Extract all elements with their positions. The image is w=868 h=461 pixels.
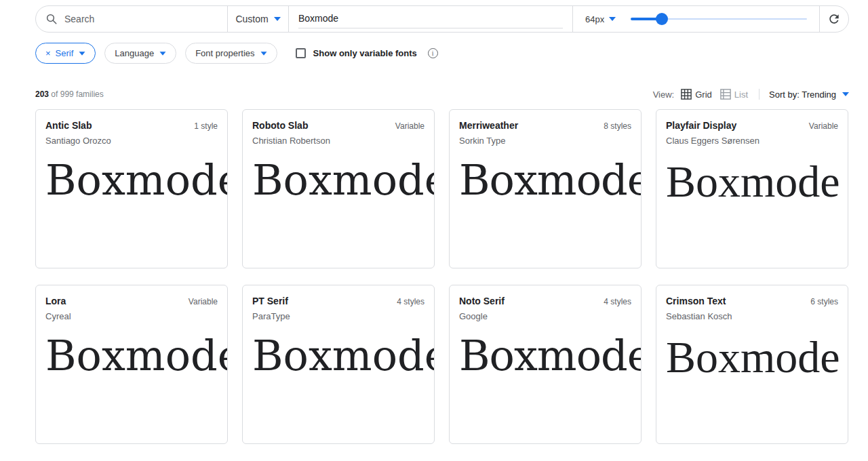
font-author: Sorkin Type <box>459 136 631 146</box>
filter-bar: × Serif Language Font properties Show on… <box>35 43 849 64</box>
fonts-browser-page: Custom 64px × Serif Langu <box>0 0 868 444</box>
preview-type-label: Custom <box>235 14 268 24</box>
style-count-badge: 4 styles <box>397 297 425 306</box>
view-sort-controls: View: Grid List Sort by: Trending <box>653 89 849 100</box>
sort-by-label: Sort by: Trending <box>769 89 836 100</box>
divider <box>759 89 760 100</box>
result-count: 203 of 999 families <box>35 89 104 99</box>
font-author: Christian Robertson <box>252 136 425 146</box>
font-card-playfair-display[interactable]: Playfair DisplayVariable Claus Eggers Sø… <box>656 109 848 268</box>
font-author: ParaType <box>252 311 425 321</box>
filter-chip-language-label: Language <box>115 48 154 58</box>
chevron-down-icon <box>274 17 281 21</box>
refresh-icon <box>827 12 841 26</box>
reset-button[interactable] <box>820 6 848 32</box>
font-specimen: Boxmode <box>459 158 631 202</box>
font-specimen: Boxmode <box>252 158 425 202</box>
font-author: Sebastian Kosch <box>666 311 838 321</box>
font-author: Claus Eggers Sørensen <box>666 136 838 146</box>
font-title: PT Serif <box>252 296 288 306</box>
results-meta-row: 203 of 999 families View: Grid List Sort… <box>35 89 849 100</box>
chevron-down-icon <box>842 92 849 96</box>
close-icon[interactable]: × <box>45 48 51 58</box>
style-count-badge: Variable <box>809 121 838 131</box>
filter-chip-font-properties[interactable]: Font properties <box>185 43 277 64</box>
style-count-badge: 1 style <box>194 121 218 131</box>
style-count-badge: 4 styles <box>604 297 631 306</box>
filter-chip-serif-label: Serif <box>56 48 74 58</box>
font-specimen: Boxmode <box>252 334 425 378</box>
result-count-suffix: of 999 families <box>49 89 104 99</box>
view-grid-label: Grid <box>695 89 712 100</box>
font-specimen: Boxmode <box>459 334 631 378</box>
font-title: Playfair Display <box>666 120 736 131</box>
font-card-antic-slab[interactable]: Antic Slab1 style Santiago Orozco Boxmod… <box>35 109 228 268</box>
font-author: Cyreal <box>45 311 218 321</box>
font-specimen: Boxmode <box>666 158 838 205</box>
chevron-down-icon <box>160 52 166 55</box>
font-size-slider[interactable] <box>631 13 807 25</box>
font-author: Google <box>459 311 631 321</box>
grid-view-icon <box>681 89 692 100</box>
search-icon <box>45 13 58 25</box>
font-author: Santiago Orozco <box>45 136 218 146</box>
font-title: Lora <box>45 296 66 306</box>
view-list-button[interactable]: List <box>720 89 748 100</box>
filter-chip-font-properties-label: Font properties <box>195 48 254 58</box>
font-title: Roboto Slab <box>252 120 308 131</box>
sort-by-dropdown[interactable]: Sort by: Trending <box>769 89 849 100</box>
info-icon[interactable]: i <box>428 48 438 58</box>
chevron-down-icon <box>79 52 85 55</box>
font-cards-grid: Antic Slab1 style Santiago Orozco Boxmod… <box>35 109 849 444</box>
font-size-section: 64px <box>573 6 819 32</box>
view-label: View: <box>653 89 675 100</box>
variable-fonts-label: Show only variable fonts <box>313 48 417 58</box>
font-card-roboto-slab[interactable]: Roboto SlabVariable Christian Robertson … <box>242 109 435 268</box>
font-card-lora[interactable]: LoraVariable Cyreal Boxmode <box>35 285 228 444</box>
chevron-down-icon <box>260 52 267 55</box>
chevron-down-icon[interactable] <box>609 17 616 21</box>
slider-thumb[interactable] <box>656 13 668 25</box>
font-size-value: 64px <box>585 14 604 24</box>
font-card-crimson-text[interactable]: Crimson Text6 styles Sebastian Kosch Box… <box>656 285 848 444</box>
search-section <box>36 6 227 32</box>
view-grid-button[interactable]: Grid <box>681 89 712 100</box>
style-count-badge: Variable <box>189 297 218 306</box>
style-count-badge: Variable <box>395 121 425 131</box>
font-specimen: Boxmode <box>45 158 218 202</box>
style-count-badge: 6 styles <box>810 297 838 306</box>
preview-type-dropdown[interactable]: Custom <box>228 6 288 32</box>
toolbar: Custom 64px <box>35 5 849 33</box>
preview-text-input[interactable] <box>298 10 563 28</box>
font-title: Merriweather <box>459 120 518 131</box>
preview-text-section <box>289 6 572 32</box>
font-title: Antic Slab <box>45 120 92 131</box>
result-count-number: 203 <box>35 89 49 99</box>
style-count-badge: 8 styles <box>604 121 631 131</box>
font-title: Crimson Text <box>666 296 726 306</box>
font-card-noto-serif[interactable]: Noto Serif4 styles Google Boxmode <box>449 285 642 444</box>
font-title: Noto Serif <box>459 296 505 306</box>
checkbox-unchecked-icon[interactable] <box>296 48 306 58</box>
view-list-label: List <box>734 89 748 100</box>
variable-fonts-toggle[interactable]: Show only variable fonts <box>296 48 417 58</box>
search-input[interactable] <box>64 14 219 24</box>
filter-chip-serif[interactable]: × Serif <box>35 43 96 64</box>
font-card-merriweather[interactable]: Merriweather8 styles Sorkin Type Boxmode <box>449 109 642 268</box>
filter-chip-language[interactable]: Language <box>104 43 176 64</box>
font-card-pt-serif[interactable]: PT Serif4 styles ParaType Boxmode <box>242 285 435 444</box>
font-specimen: Boxmode <box>666 334 838 380</box>
list-view-icon <box>720 89 731 100</box>
font-specimen: Boxmode <box>45 334 218 378</box>
